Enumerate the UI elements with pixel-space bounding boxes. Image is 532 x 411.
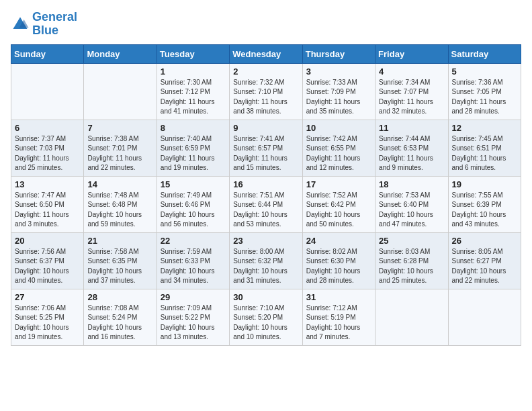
day-info: Sunrise: 7:51 AMSunset: 6:44 PMDaylight:… [233, 191, 298, 230]
day-info: Sunrise: 8:02 AMSunset: 6:30 PMDaylight:… [306, 247, 371, 286]
day-number: 6 [15, 123, 80, 133]
day-info: Sunrise: 7:56 AMSunset: 6:37 PMDaylight:… [15, 247, 80, 286]
day-header-sunday: Sunday [11, 44, 84, 63]
calendar-cell: 20Sunrise: 7:56 AMSunset: 6:37 PMDayligh… [11, 232, 84, 289]
day-number: 26 [452, 236, 517, 246]
day-info: Sunrise: 7:40 AMSunset: 6:59 PMDaylight:… [161, 134, 226, 173]
calendar-week-2: 6Sunrise: 7:37 AMSunset: 7:03 PMDaylight… [11, 120, 521, 176]
day-number: 14 [87, 179, 152, 189]
day-info: Sunrise: 7:42 AMSunset: 6:55 PMDaylight:… [306, 134, 371, 173]
calendar-cell [375, 289, 448, 345]
day-info: Sunrise: 7:36 AMSunset: 7:05 PMDaylight:… [452, 78, 517, 117]
day-info: Sunrise: 7:47 AMSunset: 6:50 PMDaylight:… [15, 191, 80, 230]
calendar-cell [448, 289, 521, 345]
day-number: 5 [452, 66, 517, 77]
day-info: Sunrise: 8:05 AMSunset: 6:27 PMDaylight:… [452, 247, 517, 286]
day-number: 1 [161, 66, 226, 77]
day-info: Sunrise: 7:10 AMSunset: 5:20 PMDaylight:… [233, 304, 298, 342]
day-number: 23 [233, 236, 298, 246]
day-info: Sunrise: 7:06 AMSunset: 5:25 PMDaylight:… [15, 304, 80, 342]
day-header-tuesday: Tuesday [157, 44, 229, 63]
calendar-week-1: 1Sunrise: 7:30 AMSunset: 7:12 PMDaylight… [11, 63, 521, 120]
page-header: General Blue [11, 11, 521, 38]
day-number: 7 [87, 123, 152, 133]
calendar-cell: 2Sunrise: 7:32 AMSunset: 7:10 PMDaylight… [230, 63, 302, 120]
calendar-cell: 11Sunrise: 7:44 AMSunset: 6:53 PMDayligh… [375, 120, 448, 176]
calendar-cell: 29Sunrise: 7:09 AMSunset: 5:22 PMDayligh… [157, 289, 229, 345]
day-number: 15 [161, 179, 226, 189]
day-number: 29 [161, 292, 226, 302]
day-number: 9 [233, 123, 298, 133]
day-number: 24 [306, 236, 371, 246]
day-info: Sunrise: 7:48 AMSunset: 6:48 PMDaylight:… [87, 191, 152, 230]
calendar-cell: 19Sunrise: 7:55 AMSunset: 6:39 PMDayligh… [448, 176, 521, 232]
day-header-monday: Monday [84, 44, 157, 63]
logo-icon [11, 15, 30, 34]
day-header-thursday: Thursday [302, 44, 375, 63]
day-info: Sunrise: 7:09 AMSunset: 5:22 PMDaylight:… [161, 304, 226, 342]
day-info: Sunrise: 7:41 AMSunset: 6:57 PMDaylight:… [233, 134, 298, 173]
calendar-cell: 12Sunrise: 7:45 AMSunset: 6:51 PMDayligh… [448, 120, 521, 176]
calendar-table: SundayMondayTuesdayWednesdayThursdayFrid… [11, 44, 521, 346]
calendar-cell: 23Sunrise: 8:00 AMSunset: 6:32 PMDayligh… [230, 232, 302, 289]
day-info: Sunrise: 7:33 AMSunset: 7:09 PMDaylight:… [306, 78, 371, 117]
calendar-cell: 4Sunrise: 7:34 AMSunset: 7:07 PMDaylight… [375, 63, 448, 120]
day-number: 18 [379, 179, 444, 189]
day-info: Sunrise: 7:32 AMSunset: 7:10 PMDaylight:… [233, 78, 298, 117]
day-number: 25 [379, 236, 444, 246]
day-info: Sunrise: 7:30 AMSunset: 7:12 PMDaylight:… [161, 78, 226, 117]
day-number: 28 [87, 292, 152, 302]
calendar-cell: 15Sunrise: 7:49 AMSunset: 6:46 PMDayligh… [157, 176, 229, 232]
calendar-cell: 7Sunrise: 7:38 AMSunset: 7:01 PMDaylight… [84, 120, 157, 176]
calendar-cell: 22Sunrise: 7:59 AMSunset: 6:33 PMDayligh… [157, 232, 229, 289]
calendar-cell: 27Sunrise: 7:06 AMSunset: 5:25 PMDayligh… [11, 289, 84, 345]
day-header-friday: Friday [375, 44, 448, 63]
day-info: Sunrise: 7:34 AMSunset: 7:07 PMDaylight:… [379, 78, 444, 117]
day-number: 22 [161, 236, 226, 246]
calendar-cell: 18Sunrise: 7:53 AMSunset: 6:40 PMDayligh… [375, 176, 448, 232]
day-info: Sunrise: 7:38 AMSunset: 7:01 PMDaylight:… [87, 134, 152, 173]
calendar-cell: 6Sunrise: 7:37 AMSunset: 7:03 PMDaylight… [11, 120, 84, 176]
day-number: 16 [233, 179, 298, 189]
calendar-week-3: 13Sunrise: 7:47 AMSunset: 6:50 PMDayligh… [11, 176, 521, 232]
calendar-cell: 5Sunrise: 7:36 AMSunset: 7:05 PMDaylight… [448, 63, 521, 120]
calendar-week-5: 27Sunrise: 7:06 AMSunset: 5:25 PMDayligh… [11, 289, 521, 345]
calendar-cell: 26Sunrise: 8:05 AMSunset: 6:27 PMDayligh… [448, 232, 521, 289]
day-number: 11 [379, 123, 444, 133]
calendar-cell: 16Sunrise: 7:51 AMSunset: 6:44 PMDayligh… [230, 176, 302, 232]
day-number: 17 [306, 179, 371, 189]
day-number: 30 [233, 292, 298, 302]
calendar-cell: 30Sunrise: 7:10 AMSunset: 5:20 PMDayligh… [230, 289, 302, 345]
calendar-cell [11, 63, 84, 120]
day-number: 3 [306, 66, 371, 77]
day-info: Sunrise: 7:12 AMSunset: 5:19 PMDaylight:… [306, 304, 371, 342]
day-number: 13 [15, 179, 80, 189]
calendar-cell: 28Sunrise: 7:08 AMSunset: 5:24 PMDayligh… [84, 289, 157, 345]
day-number: 31 [306, 292, 371, 302]
day-header-saturday: Saturday [448, 44, 521, 63]
calendar-cell [84, 63, 157, 120]
day-info: Sunrise: 8:00 AMSunset: 6:32 PMDaylight:… [233, 247, 298, 286]
day-number: 8 [161, 123, 226, 133]
day-info: Sunrise: 7:58 AMSunset: 6:35 PMDaylight:… [87, 247, 152, 286]
calendar-cell: 21Sunrise: 7:58 AMSunset: 6:35 PMDayligh… [84, 232, 157, 289]
calendar-cell: 8Sunrise: 7:40 AMSunset: 6:59 PMDaylight… [157, 120, 229, 176]
calendar-cell: 13Sunrise: 7:47 AMSunset: 6:50 PMDayligh… [11, 176, 84, 232]
day-info: Sunrise: 7:44 AMSunset: 6:53 PMDaylight:… [379, 134, 444, 173]
day-info: Sunrise: 7:49 AMSunset: 6:46 PMDaylight:… [161, 191, 226, 230]
calendar-week-4: 20Sunrise: 7:56 AMSunset: 6:37 PMDayligh… [11, 232, 521, 289]
calendar-cell: 3Sunrise: 7:33 AMSunset: 7:09 PMDaylight… [302, 63, 375, 120]
day-info: Sunrise: 7:53 AMSunset: 6:40 PMDaylight:… [379, 191, 444, 230]
calendar-cell: 17Sunrise: 7:52 AMSunset: 6:42 PMDayligh… [302, 176, 375, 232]
day-header-wednesday: Wednesday [230, 44, 302, 63]
calendar-header: SundayMondayTuesdayWednesdayThursdayFrid… [11, 44, 521, 63]
calendar-cell: 1Sunrise: 7:30 AMSunset: 7:12 PMDaylight… [157, 63, 229, 120]
day-number: 27 [15, 292, 80, 302]
day-info: Sunrise: 7:59 AMSunset: 6:33 PMDaylight:… [161, 247, 226, 286]
logo: General Blue [11, 11, 77, 38]
logo-text: General Blue [32, 11, 77, 38]
day-info: Sunrise: 7:45 AMSunset: 6:51 PMDaylight:… [452, 134, 517, 173]
day-info: Sunrise: 7:55 AMSunset: 6:39 PMDaylight:… [452, 191, 517, 230]
calendar-cell: 9Sunrise: 7:41 AMSunset: 6:57 PMDaylight… [230, 120, 302, 176]
day-number: 10 [306, 123, 371, 133]
